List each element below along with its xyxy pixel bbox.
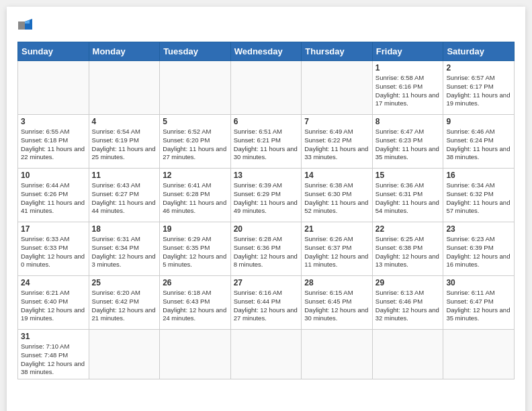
calendar-week-4: 17Sunrise: 6:33 AM Sunset: 6:33 PM Dayli…	[18, 222, 515, 276]
weekday-tuesday: Tuesday	[160, 42, 231, 61]
calendar-cell: 7Sunrise: 6:49 AM Sunset: 6:22 PM Daylig…	[302, 115, 373, 169]
day-number: 28	[304, 278, 369, 287]
calendar-cell	[160, 61, 231, 115]
day-info: Sunrise: 6:47 AM Sunset: 6:23 PM Dayligh…	[375, 128, 441, 162]
day-number: 27	[234, 278, 299, 287]
day-info: Sunrise: 6:38 AM Sunset: 6:30 PM Dayligh…	[304, 181, 369, 216]
day-info: Sunrise: 6:33 AM Sunset: 6:33 PM Dayligh…	[21, 235, 86, 269]
header-section	[17, 17, 515, 34]
day-info: Sunrise: 6:49 AM Sunset: 6:22 PM Dayligh…	[304, 128, 369, 162]
day-info: Sunrise: 6:36 AM Sunset: 6:31 PM Dayligh…	[375, 181, 441, 216]
calendar-cell: 2Sunrise: 6:57 AM Sunset: 6:17 PM Daylig…	[443, 61, 515, 115]
calendar-cell: 26Sunrise: 6:18 AM Sunset: 6:43 PM Dayli…	[160, 276, 231, 330]
calendar-cell: 12Sunrise: 6:41 AM Sunset: 6:28 PM Dayli…	[160, 169, 231, 222]
calendar-cell: 8Sunrise: 6:47 AM Sunset: 6:23 PM Daylig…	[372, 115, 443, 169]
day-info: Sunrise: 6:13 AM Sunset: 6:46 PM Dayligh…	[375, 289, 441, 323]
calendar-cell: 13Sunrise: 6:39 AM Sunset: 6:29 PM Dayli…	[230, 169, 302, 222]
calendar-cell	[443, 330, 515, 379]
calendar-cell: 11Sunrise: 6:43 AM Sunset: 6:27 PM Dayli…	[89, 169, 160, 222]
day-info: Sunrise: 6:26 AM Sunset: 6:37 PM Dayligh…	[304, 235, 369, 269]
weekday-saturday: Saturday	[443, 42, 515, 61]
calendar-cell: 5Sunrise: 6:52 AM Sunset: 6:20 PM Daylig…	[160, 115, 231, 169]
calendar-cell: 21Sunrise: 6:26 AM Sunset: 6:37 PM Dayli…	[302, 222, 373, 276]
calendar-container: SundayMondayTuesdayWednesdayThursdayFrid…	[7, 7, 525, 411]
day-number: 16	[446, 171, 511, 180]
day-info: Sunrise: 6:44 AM Sunset: 6:26 PM Dayligh…	[21, 181, 86, 216]
calendar-cell: 10Sunrise: 6:44 AM Sunset: 6:26 PM Dayli…	[18, 169, 89, 222]
day-number: 11	[92, 171, 157, 180]
calendar-cell	[160, 330, 231, 379]
calendar-week-5: 24Sunrise: 6:21 AM Sunset: 6:40 PM Dayli…	[18, 276, 515, 330]
calendar-cell: 4Sunrise: 6:54 AM Sunset: 6:19 PM Daylig…	[89, 115, 160, 169]
day-info: Sunrise: 6:39 AM Sunset: 6:29 PM Dayligh…	[234, 181, 299, 216]
day-info: Sunrise: 6:21 AM Sunset: 6:40 PM Dayligh…	[21, 289, 86, 323]
calendar-cell	[302, 330, 373, 379]
day-number: 13	[234, 171, 299, 180]
weekday-header-row: SundayMondayTuesdayWednesdayThursdayFrid…	[18, 42, 515, 61]
day-number: 14	[304, 171, 369, 180]
day-number: 19	[163, 224, 228, 234]
calendar-cell: 17Sunrise: 6:33 AM Sunset: 6:33 PM Dayli…	[18, 222, 89, 276]
day-info: Sunrise: 6:18 AM Sunset: 6:43 PM Dayligh…	[163, 289, 228, 323]
day-info: Sunrise: 6:41 AM Sunset: 6:28 PM Dayligh…	[163, 181, 228, 216]
day-info: Sunrise: 6:34 AM Sunset: 6:32 PM Dayligh…	[446, 181, 511, 216]
day-info: Sunrise: 7:10 AM Sunset: 7:48 PM Dayligh…	[21, 342, 86, 377]
calendar-cell: 24Sunrise: 6:21 AM Sunset: 6:40 PM Dayli…	[18, 276, 89, 330]
calendar-cell: 9Sunrise: 6:46 AM Sunset: 6:24 PM Daylig…	[443, 115, 515, 169]
logo-icon	[17, 17, 34, 34]
day-number: 22	[375, 224, 441, 234]
day-info: Sunrise: 6:58 AM Sunset: 6:16 PM Dayligh…	[375, 74, 441, 108]
calendar-week-1: 1Sunrise: 6:58 AM Sunset: 6:16 PM Daylig…	[18, 61, 515, 115]
day-info: Sunrise: 6:51 AM Sunset: 6:21 PM Dayligh…	[234, 128, 299, 162]
weekday-sunday: Sunday	[18, 42, 89, 61]
day-info: Sunrise: 6:23 AM Sunset: 6:39 PM Dayligh…	[446, 235, 511, 269]
day-number: 3	[21, 117, 86, 126]
calendar-cell: 31Sunrise: 7:10 AM Sunset: 7:48 PM Dayli…	[18, 330, 89, 379]
calendar-cell: 18Sunrise: 6:31 AM Sunset: 6:34 PM Dayli…	[89, 222, 160, 276]
calendar-cell	[372, 330, 443, 379]
calendar-cell: 15Sunrise: 6:36 AM Sunset: 6:31 PM Dayli…	[372, 169, 443, 222]
day-number: 21	[304, 224, 369, 234]
day-number: 4	[92, 117, 157, 126]
weekday-monday: Monday	[89, 42, 160, 61]
day-number: 6	[234, 117, 299, 126]
calendar-cell	[230, 330, 302, 379]
day-number: 8	[375, 117, 441, 126]
day-info: Sunrise: 6:54 AM Sunset: 6:19 PM Dayligh…	[92, 128, 157, 162]
calendar-cell	[89, 330, 160, 379]
calendar-cell: 3Sunrise: 6:55 AM Sunset: 6:18 PM Daylig…	[18, 115, 89, 169]
day-number: 1	[375, 63, 441, 73]
calendar-cell: 14Sunrise: 6:38 AM Sunset: 6:30 PM Dayli…	[302, 169, 373, 222]
day-number: 12	[163, 171, 228, 180]
day-number: 20	[234, 224, 299, 234]
day-info: Sunrise: 6:52 AM Sunset: 6:20 PM Dayligh…	[163, 128, 228, 162]
logo-area	[17, 17, 39, 34]
svg-marker-1	[25, 19, 32, 30]
calendar-cell: 27Sunrise: 6:16 AM Sunset: 6:44 PM Dayli…	[230, 276, 302, 330]
calendar-cell: 1Sunrise: 6:58 AM Sunset: 6:16 PM Daylig…	[372, 61, 443, 115]
day-number: 9	[446, 117, 511, 126]
calendar-cell: 25Sunrise: 6:20 AM Sunset: 6:42 PM Dayli…	[89, 276, 160, 330]
day-number: 2	[446, 63, 511, 73]
day-info: Sunrise: 6:31 AM Sunset: 6:34 PM Dayligh…	[92, 235, 157, 269]
day-number: 15	[375, 171, 441, 180]
day-info: Sunrise: 6:15 AM Sunset: 6:45 PM Dayligh…	[304, 289, 369, 323]
day-number: 10	[21, 171, 86, 180]
day-number: 26	[163, 278, 228, 287]
calendar-cell: 29Sunrise: 6:13 AM Sunset: 6:46 PM Dayli…	[372, 276, 443, 330]
day-number: 5	[163, 117, 228, 126]
day-info: Sunrise: 6:29 AM Sunset: 6:35 PM Dayligh…	[163, 235, 228, 269]
day-number: 18	[92, 224, 157, 234]
calendar-cell: 19Sunrise: 6:29 AM Sunset: 6:35 PM Dayli…	[160, 222, 231, 276]
calendar-cell: 16Sunrise: 6:34 AM Sunset: 6:32 PM Dayli…	[443, 169, 515, 222]
calendar-cell	[302, 61, 373, 115]
day-info: Sunrise: 6:16 AM Sunset: 6:44 PM Dayligh…	[234, 289, 299, 323]
day-number: 29	[375, 278, 441, 287]
day-number: 23	[446, 224, 511, 234]
day-number: 31	[21, 332, 86, 341]
calendar-cell: 28Sunrise: 6:15 AM Sunset: 6:45 PM Dayli…	[302, 276, 373, 330]
day-info: Sunrise: 6:11 AM Sunset: 6:47 PM Dayligh…	[446, 289, 511, 323]
calendar-cell	[89, 61, 160, 115]
calendar-cell: 22Sunrise: 6:25 AM Sunset: 6:38 PM Dayli…	[372, 222, 443, 276]
day-number: 7	[304, 117, 369, 126]
